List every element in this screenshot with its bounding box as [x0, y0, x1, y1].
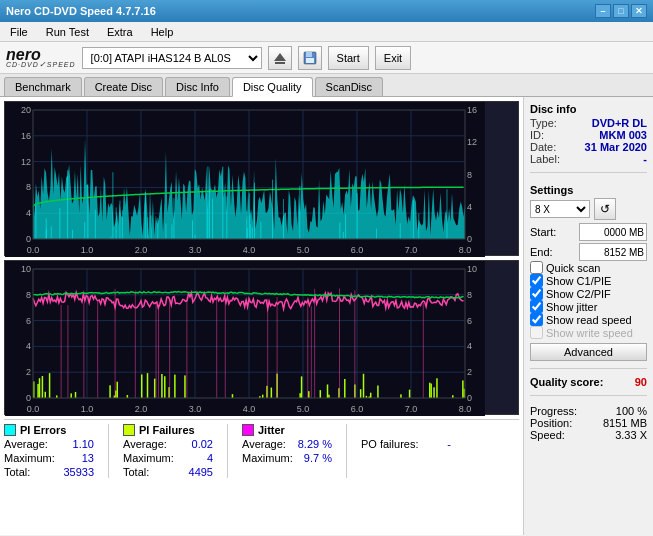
divider-1 [530, 172, 647, 173]
window-controls[interactable]: – □ ✕ [595, 4, 647, 18]
speed-label: Speed: [530, 429, 565, 441]
progress-label: Progress: [530, 405, 577, 417]
quick-scan-row: Quick scan [530, 261, 647, 274]
svg-rect-4 [306, 58, 314, 63]
show-c1-row: Show C1/PIE [530, 274, 647, 287]
pi-failures-max-val: 4 [207, 452, 213, 464]
po-failures-val: - [447, 438, 451, 450]
drive-select[interactable]: [0:0] ATAPI iHAS124 B AL0S [82, 47, 262, 69]
end-mb-label: End: [530, 246, 553, 258]
title-bar: Nero CD-DVD Speed 4.7.7.16 – □ ✕ [0, 0, 653, 22]
quality-score-label: Quality score: [530, 376, 603, 388]
nero-logo-sub: CD·DVD✓SPEED [6, 61, 76, 69]
start-mb-input[interactable] [579, 223, 647, 241]
disc-date-label: Date: [530, 141, 556, 153]
progress-row: Progress: 100 % [530, 405, 647, 417]
disc-id-val: MKM 003 [599, 129, 647, 141]
jitter-color [242, 424, 254, 436]
svg-rect-1 [275, 62, 285, 64]
quick-scan-label: Quick scan [546, 262, 600, 274]
pi-errors-total-val: 35933 [63, 466, 94, 478]
menu-file[interactable]: File [4, 24, 34, 40]
show-write-speed-row: Show write speed [530, 326, 647, 339]
pi-errors-label: PI Errors [20, 424, 66, 436]
disc-type-val: DVD+R DL [592, 117, 647, 129]
pi-failures-total-label: Total: [123, 466, 149, 478]
disc-label-row: Label: - [530, 153, 647, 165]
disc-type-label: Type: [530, 117, 557, 129]
right-panel: Disc info Type: DVD+R DL ID: MKM 003 Dat… [523, 97, 653, 535]
show-read-speed-checkbox[interactable] [530, 313, 543, 326]
tab-bar: Benchmark Create Disc Disc Info Disc Qua… [0, 74, 653, 97]
disc-id-label: ID: [530, 129, 544, 141]
window-title: Nero CD-DVD Speed 4.7.7.16 [6, 5, 156, 17]
speed-row-result: Speed: 3.33 X [530, 429, 647, 441]
disc-id-row: ID: MKM 003 [530, 129, 647, 141]
tab-create-disc[interactable]: Create Disc [84, 77, 163, 96]
start-mb-label: Start: [530, 226, 556, 238]
pi-failures-stat: PI Failures Average: 0.02 Maximum: 4 Tot… [123, 424, 213, 478]
tab-disc-quality[interactable]: Disc Quality [232, 77, 313, 97]
show-c2-row: Show C2/PIF [530, 287, 647, 300]
eject-button[interactable] [268, 46, 292, 70]
pi-errors-avg-val: 1.10 [73, 438, 94, 450]
exit-button[interactable]: Exit [375, 46, 411, 70]
toolbar: nero CD·DVD✓SPEED [0:0] ATAPI iHAS124 B … [0, 42, 653, 74]
stats-row: PI Errors Average: 1.10 Maximum: 13 Tota… [4, 419, 519, 482]
pi-failures-color [123, 424, 135, 436]
menu-help[interactable]: Help [145, 24, 180, 40]
jitter-avg-label: Average: [242, 438, 286, 450]
pi-failures-max-label: Maximum: [123, 452, 174, 464]
po-failures-stat: PO failures: - [361, 424, 451, 478]
charts-area: PI Errors Average: 1.10 Maximum: 13 Tota… [0, 97, 523, 535]
show-write-speed-checkbox [530, 326, 543, 339]
close-button[interactable]: ✕ [631, 4, 647, 18]
speed-select[interactable]: 8 X [530, 200, 590, 218]
speed-val: 3.33 X [615, 429, 647, 441]
top-chart [4, 101, 519, 256]
nero-logo: nero CD·DVD✓SPEED [6, 47, 76, 69]
settings-title: Settings [530, 184, 647, 196]
jitter-avg-val: 8.29 % [298, 438, 332, 450]
show-c1-label: Show C1/PIE [546, 275, 611, 287]
show-c1-checkbox[interactable] [530, 274, 543, 287]
minimize-button[interactable]: – [595, 4, 611, 18]
disc-info-section: Disc info Type: DVD+R DL ID: MKM 003 Dat… [530, 103, 647, 165]
tab-disc-info[interactable]: Disc Info [165, 77, 230, 96]
disc-label-label: Label: [530, 153, 560, 165]
svg-rect-3 [306, 52, 312, 57]
save-button[interactable] [298, 46, 322, 70]
pi-errors-stat: PI Errors Average: 1.10 Maximum: 13 Tota… [4, 424, 94, 478]
menu-run-test[interactable]: Run Test [40, 24, 95, 40]
svg-marker-0 [274, 53, 286, 61]
tab-benchmark[interactable]: Benchmark [4, 77, 82, 96]
top-chart-canvas [5, 102, 485, 257]
start-mb-row: Start: [530, 223, 647, 241]
pi-failures-label: PI Failures [139, 424, 195, 436]
pi-errors-total-label: Total: [4, 466, 30, 478]
position-label: Position: [530, 417, 572, 429]
show-c2-checkbox[interactable] [530, 287, 543, 300]
show-read-speed-label: Show read speed [546, 314, 632, 326]
disc-type-row: Type: DVD+R DL [530, 117, 647, 129]
pi-errors-max-label: Maximum: [4, 452, 55, 464]
show-jitter-row: Show jitter [530, 300, 647, 313]
pi-errors-color [4, 424, 16, 436]
advanced-button[interactable]: Advanced [530, 343, 647, 361]
menu-bar: File Run Test Extra Help [0, 22, 653, 42]
disc-date-val: 31 Mar 2020 [585, 141, 647, 153]
refresh-button[interactable]: ↺ [594, 198, 616, 220]
show-read-speed-row: Show read speed [530, 313, 647, 326]
divider-3 [530, 395, 647, 396]
show-jitter-checkbox[interactable] [530, 300, 543, 313]
main-content: PI Errors Average: 1.10 Maximum: 13 Tota… [0, 97, 653, 535]
disc-info-title: Disc info [530, 103, 647, 115]
maximize-button[interactable]: □ [613, 4, 629, 18]
start-button[interactable]: Start [328, 46, 369, 70]
end-mb-row: End: [530, 243, 647, 261]
position-row: Position: 8151 MB [530, 417, 647, 429]
tab-scan-disc[interactable]: ScanDisc [315, 77, 383, 96]
end-mb-input[interactable] [579, 243, 647, 261]
menu-extra[interactable]: Extra [101, 24, 139, 40]
quick-scan-checkbox[interactable] [530, 261, 543, 274]
